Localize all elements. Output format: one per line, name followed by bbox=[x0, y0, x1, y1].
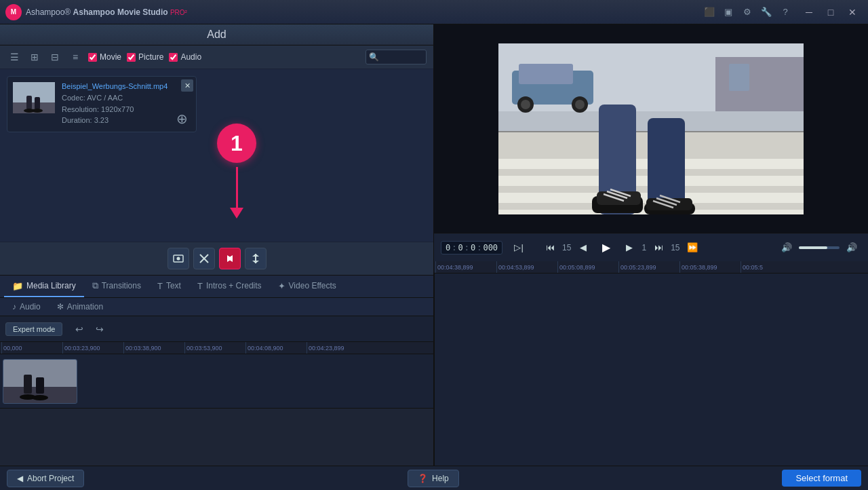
step-arrow bbox=[230, 167, 243, 219]
text-icon: T bbox=[157, 281, 163, 291]
svg-rect-36 bbox=[597, 191, 641, 205]
abort-icon: ◀ bbox=[17, 474, 23, 483]
titlebar: M Ashampoo® Ashampoo Movie Studio PRO² ⬛… bbox=[0, 0, 868, 24]
media-toolbar: ☰ ⊞ ⊟ ≡ Movie Picture Audio 🔍 bbox=[0, 45, 433, 69]
intros-icon: T bbox=[197, 281, 203, 291]
app-logo: M bbox=[5, 4, 22, 20]
abort-project-button[interactable]: ◀ Abort Project bbox=[7, 470, 84, 487]
svg-point-16 bbox=[32, 395, 48, 400]
add-area: Add ☰ ⊞ ⊟ ≡ Movie Picture Audio 🔍 bbox=[0, 24, 433, 316]
tab-intros[interactable]: T Intros + Credits bbox=[189, 276, 270, 297]
tab-text[interactable]: T Text bbox=[149, 276, 189, 297]
bottom-bar: ◀ Abort Project ❓ Help Select format bbox=[0, 466, 868, 490]
media-card: ✕ bbox=[7, 76, 197, 132]
transitions-icon: ⧉ bbox=[92, 280, 98, 291]
ruler-tick: 00:03:23,900 bbox=[62, 342, 123, 354]
select-format-button[interactable]: Select format bbox=[782, 470, 861, 487]
list-view-button[interactable]: ☰ bbox=[7, 50, 22, 64]
arrow-head bbox=[230, 208, 243, 219]
movie-filter[interactable]: Movie bbox=[88, 52, 121, 62]
timecode: 0 : 0 : 0 : 000 bbox=[441, 241, 502, 255]
tab-transitions[interactable]: ⧉ Transitions bbox=[84, 276, 149, 297]
media-filename: Beispiel_Werbungs-Schnitt.mp4 bbox=[62, 82, 167, 90]
volume-fill bbox=[799, 246, 827, 249]
undo-redo-controls: ↩ ↪ bbox=[71, 321, 108, 337]
step-indicator: 1 bbox=[217, 124, 256, 219]
large-grid-view-button[interactable]: ⊟ bbox=[47, 50, 62, 64]
fast-fwd-button[interactable]: ⏩ bbox=[683, 238, 702, 257]
grid-view-button[interactable]: ⊞ bbox=[27, 50, 42, 64]
main-layout: Add ☰ ⊞ ⊟ ≡ Movie Picture Audio 🔍 bbox=[0, 24, 868, 490]
tc-hours: 0 bbox=[446, 243, 450, 252]
svg-rect-20 bbox=[519, 64, 573, 84]
ruler-tick: 00,000 bbox=[1, 342, 62, 354]
help-button[interactable]: ❓ Help bbox=[408, 470, 459, 487]
tab-video-effects[interactable]: ✦ Video Effects bbox=[270, 276, 344, 297]
subtab-audio[interactable]: ♪ Audio bbox=[4, 298, 49, 316]
close-button[interactable]: ✕ bbox=[842, 4, 863, 20]
next-marker-button[interactable]: ▷| bbox=[509, 238, 528, 257]
picture-filter[interactable]: Picture bbox=[127, 52, 163, 62]
audio-subtab-icon: ♪ bbox=[12, 302, 16, 312]
skip-fwd-button[interactable]: ⏭ bbox=[649, 238, 668, 257]
mute-button[interactable]: 🔊 bbox=[777, 238, 796, 257]
ruler-tick: 00:03:53,900 bbox=[184, 342, 245, 354]
help-icon[interactable]: ? bbox=[778, 5, 792, 19]
svg-rect-25 bbox=[715, 57, 804, 111]
search-icon: 🔍 bbox=[369, 52, 379, 62]
arrow-line bbox=[236, 167, 238, 208]
frame-back-button[interactable]: ◀ bbox=[574, 238, 593, 257]
svg-rect-13 bbox=[24, 375, 32, 394]
subtab-animation[interactable]: ✻ Animation bbox=[49, 298, 111, 316]
settings-icon[interactable]: ⚙ bbox=[741, 5, 754, 19]
media-content: ✕ bbox=[0, 69, 433, 242]
track-clip[interactable] bbox=[3, 359, 77, 404]
timeline-track-area bbox=[0, 354, 433, 482]
media-info: Beispiel_Werbungs-Schnitt.mp4 Codec: AVC… bbox=[62, 82, 167, 126]
cut-button[interactable] bbox=[193, 248, 215, 269]
preview-video bbox=[498, 43, 804, 214]
volume-slider[interactable] bbox=[799, 246, 840, 249]
maximize-button[interactable]: □ bbox=[821, 4, 841, 20]
audio-filter[interactable]: Audio bbox=[169, 52, 201, 62]
expert-mode-button[interactable]: Expert mode bbox=[5, 322, 62, 336]
media-thumbnail bbox=[13, 82, 55, 113]
svg-point-7 bbox=[176, 257, 180, 261]
capture-button[interactable] bbox=[167, 248, 189, 269]
tc-minutes: 0 bbox=[458, 243, 462, 252]
skip-back-button[interactable]: ⏮ bbox=[540, 238, 559, 257]
tabs-row: 📁 Media Library ⧉ Transitions T Text T I… bbox=[0, 275, 433, 298]
split-button[interactable] bbox=[245, 248, 267, 269]
window-icon[interactable]: ▣ bbox=[722, 5, 735, 19]
volume-max-button[interactable]: 🔊 bbox=[842, 238, 861, 257]
titlebar-left: M Ashampoo® Ashampoo Movie Studio PRO² bbox=[5, 4, 187, 20]
search-input[interactable]: 🔍 bbox=[366, 50, 427, 64]
tools-icon[interactable]: 🔧 bbox=[760, 5, 773, 19]
tab-media-library[interactable]: 📁 Media Library bbox=[4, 276, 84, 297]
frame-fwd-button[interactable]: ▶ bbox=[620, 238, 639, 257]
track-clip-thumbnail bbox=[3, 360, 77, 403]
redo-button[interactable]: ↪ bbox=[91, 321, 108, 337]
app-version: PRO² bbox=[170, 9, 187, 16]
svg-rect-26 bbox=[729, 64, 749, 91]
trim-button[interactable] bbox=[219, 248, 241, 269]
play-button[interactable]: ▶ bbox=[595, 237, 617, 259]
app-product: Ashampoo Movie Studio bbox=[73, 7, 168, 17]
help-circle-icon: ❓ bbox=[418, 474, 428, 483]
tc-seconds: 0 bbox=[471, 243, 475, 252]
monitor-icon[interactable]: ⬛ bbox=[703, 5, 716, 19]
left-panel: Add ☰ ⊞ ⊟ ≡ Movie Picture Audio 🔍 bbox=[0, 24, 434, 490]
ruler-tick: 00:04:23,899 bbox=[307, 342, 368, 354]
minimize-button[interactable]: ─ bbox=[799, 4, 819, 20]
media-card-close-button[interactable]: ✕ bbox=[181, 79, 193, 92]
media-library-icon: 📁 bbox=[12, 281, 23, 291]
svg-point-24 bbox=[575, 100, 585, 109]
edit-toolbar bbox=[0, 242, 433, 275]
play-controls: ⏮ 15 ◀ ▶ ▶ 1 ⏭ 15 ⏩ bbox=[540, 237, 701, 259]
undo-button[interactable]: ↩ bbox=[71, 321, 88, 337]
svg-point-22 bbox=[521, 100, 530, 109]
app-title: Ashampoo® Ashampoo Movie Studio PRO² bbox=[26, 7, 187, 17]
detail-view-button[interactable]: ≡ bbox=[68, 50, 83, 64]
add-media-button[interactable]: ⊕ bbox=[173, 110, 191, 128]
svg-rect-38 bbox=[646, 198, 692, 210]
